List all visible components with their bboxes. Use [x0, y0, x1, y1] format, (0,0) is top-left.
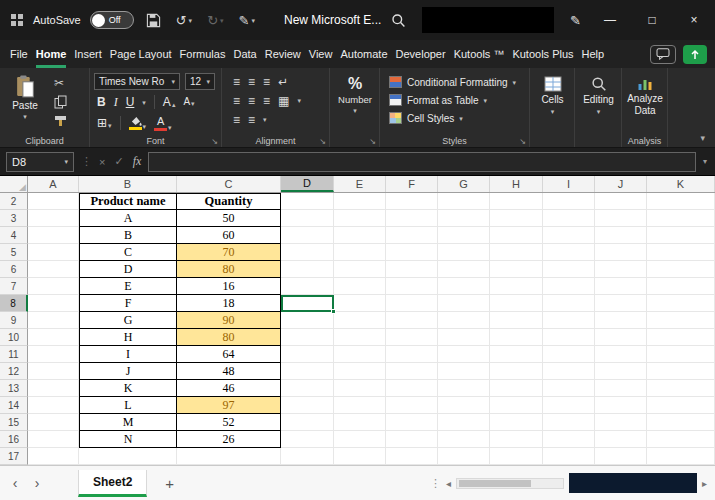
cell-A7[interactable] — [28, 278, 79, 295]
share-button[interactable] — [683, 45, 707, 64]
cell-G9[interactable] — [438, 312, 490, 329]
cell-J16[interactable] — [595, 431, 647, 448]
cell-I12[interactable] — [543, 363, 595, 380]
cell-H2[interactable] — [490, 193, 543, 210]
cell-A5[interactable] — [28, 244, 79, 261]
row-header-10[interactable]: 10 — [0, 329, 28, 346]
tab-kutools[interactable]: Kutools ™ — [450, 40, 509, 68]
styles-item-cell-styles[interactable]: Cell Styles▾ — [384, 109, 526, 127]
cell-F2[interactable] — [386, 193, 438, 210]
cell-E9[interactable] — [334, 312, 386, 329]
styles-dialog-launcher-icon[interactable]: ↘ — [519, 137, 526, 146]
cell-J14[interactable] — [595, 397, 647, 414]
analyze-data-button[interactable]: Analyze Data — [626, 72, 664, 133]
insert-function-icon[interactable]: fx — [133, 154, 142, 169]
cell-G12[interactable] — [438, 363, 490, 380]
cell-E3[interactable] — [334, 210, 386, 227]
cell-A13[interactable] — [28, 380, 79, 397]
cell-H17[interactable] — [490, 448, 543, 465]
column-header-k[interactable]: K — [647, 176, 715, 192]
cell-H7[interactable] — [490, 278, 543, 295]
increase-indent-icon[interactable]: ≡ — [248, 114, 255, 126]
expand-formula-bar-icon[interactable]: ▾ — [703, 157, 707, 166]
cell-I13[interactable] — [543, 380, 595, 397]
cell-J8[interactable] — [595, 295, 647, 312]
cell-A17[interactable] — [28, 448, 79, 465]
column-header-h[interactable]: H — [490, 176, 543, 192]
cell-G16[interactable] — [438, 431, 490, 448]
cell-E10[interactable] — [334, 329, 386, 346]
font-name-select[interactable]: Times New Ro ▾ — [94, 73, 180, 90]
paste-button[interactable]: Paste ▾ — [4, 72, 46, 133]
cell-H5[interactable] — [490, 244, 543, 261]
cell-I14[interactable] — [543, 397, 595, 414]
confirm-entry-icon[interactable]: ✓ — [114, 155, 123, 168]
editing-button[interactable]: Editing ▾ — [579, 72, 618, 133]
tab-insert[interactable]: Insert — [70, 40, 106, 68]
cell-E8[interactable] — [334, 295, 386, 312]
row-header-6[interactable]: 6 — [0, 261, 28, 278]
cell-C9[interactable]: 90 — [177, 312, 281, 329]
autosave-toggle[interactable]: Off — [90, 11, 134, 29]
row-header-8[interactable]: 8 — [0, 295, 28, 312]
cell-B16[interactable]: N — [79, 431, 177, 448]
horizontal-scrollbar[interactable] — [456, 478, 564, 489]
cell-K12[interactable] — [647, 363, 715, 380]
cell-J2[interactable] — [595, 193, 647, 210]
cell-C4[interactable]: 60 — [177, 227, 281, 244]
cell-C17[interactable] — [177, 448, 281, 465]
cell-F8[interactable] — [386, 295, 438, 312]
hscroll-left-arrow-icon[interactable]: ◂ — [446, 478, 451, 489]
cell-G15[interactable] — [438, 414, 490, 431]
cell-K13[interactable] — [647, 380, 715, 397]
font-size-select[interactable]: 12 ▾ — [185, 73, 215, 90]
sheet-tab-sheet2[interactable]: Sheet2 — [78, 470, 147, 497]
cell-G17[interactable] — [438, 448, 490, 465]
cell-H13[interactable] — [490, 380, 543, 397]
tab-splitter-handle[interactable]: ⋮ — [430, 477, 441, 490]
cell-C16[interactable]: 26 — [177, 431, 281, 448]
italic-button[interactable]: I — [114, 96, 118, 108]
cell-D14[interactable] — [281, 397, 334, 414]
cell-B6[interactable]: D — [79, 261, 177, 278]
cell-H9[interactable] — [490, 312, 543, 329]
cell-F14[interactable] — [386, 397, 438, 414]
cell-D6[interactable] — [281, 261, 334, 278]
cell-F5[interactable] — [386, 244, 438, 261]
cell-E17[interactable] — [334, 448, 386, 465]
cell-A12[interactable] — [28, 363, 79, 380]
cell-B4[interactable]: B — [79, 227, 177, 244]
cell-K17[interactable] — [647, 448, 715, 465]
cell-D11[interactable] — [281, 346, 334, 363]
number-dialog-launcher-icon[interactable]: ↘ — [369, 137, 376, 146]
cell-A14[interactable] — [28, 397, 79, 414]
save-button[interactable] — [143, 11, 164, 30]
cell-J6[interactable] — [595, 261, 647, 278]
cell-C3[interactable]: 50 — [177, 210, 281, 227]
align-top-icon[interactable]: ≡ — [233, 76, 240, 88]
cell-D2[interactable] — [281, 193, 334, 210]
cell-I2[interactable] — [543, 193, 595, 210]
align-right-icon[interactable]: ≡ — [263, 95, 270, 107]
cell-I16[interactable] — [543, 431, 595, 448]
cell-G6[interactable] — [438, 261, 490, 278]
cell-H4[interactable] — [490, 227, 543, 244]
cell-B15[interactable]: M — [79, 414, 177, 431]
cell-K3[interactable] — [647, 210, 715, 227]
cell-I5[interactable] — [543, 244, 595, 261]
cell-H15[interactable] — [490, 414, 543, 431]
cell-G14[interactable] — [438, 397, 490, 414]
cell-J17[interactable] — [595, 448, 647, 465]
maximize-button[interactable]: □ — [631, 0, 673, 40]
font-dialog-launcher-icon[interactable]: ↘ — [211, 137, 218, 146]
cut-button[interactable]: ✂ — [54, 77, 67, 89]
tab-view[interactable]: View — [305, 40, 337, 68]
column-header-b[interactable]: B — [79, 176, 177, 192]
cell-E15[interactable] — [334, 414, 386, 431]
row-header-5[interactable]: 5 — [0, 244, 28, 261]
column-header-e[interactable]: E — [334, 176, 386, 192]
cell-C10[interactable]: 80 — [177, 329, 281, 346]
cell-J5[interactable] — [595, 244, 647, 261]
row-header-7[interactable]: 7 — [0, 278, 28, 295]
cell-H12[interactable] — [490, 363, 543, 380]
